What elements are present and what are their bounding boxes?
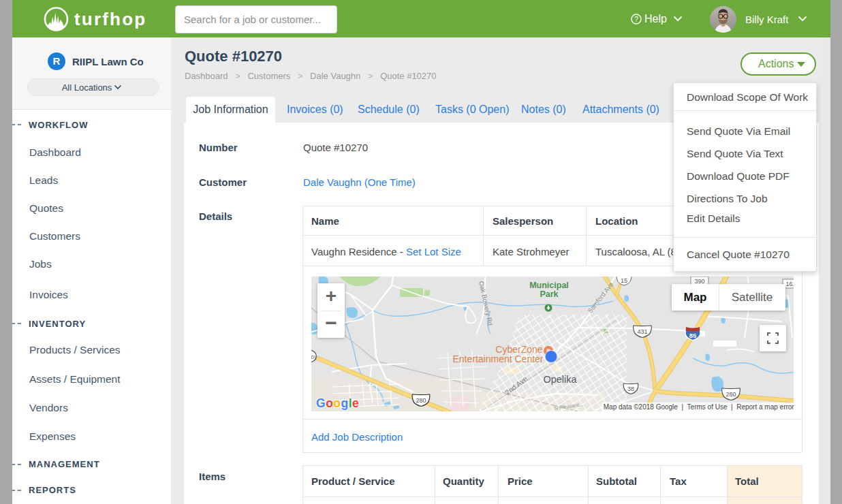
svg-text:?: ? bbox=[634, 16, 638, 23]
svg-text:280: 280 bbox=[416, 397, 426, 404]
svg-text:38: 38 bbox=[627, 385, 634, 392]
svg-text:0): 0) bbox=[311, 354, 316, 360]
svg-text:390: 390 bbox=[694, 278, 704, 285]
svg-text:85: 85 bbox=[689, 332, 697, 339]
svg-text:Entertainment Center: Entertainment Center bbox=[452, 353, 543, 364]
svg-text:Opelika: Opelika bbox=[543, 374, 577, 385]
svg-text:431: 431 bbox=[637, 328, 647, 335]
svg-text:161: 161 bbox=[785, 281, 794, 287]
svg-text:15: 15 bbox=[621, 277, 627, 284]
svg-text:Park: Park bbox=[540, 289, 558, 299]
svg-text:Municipal: Municipal bbox=[529, 281, 569, 290]
svg-text:280: 280 bbox=[726, 391, 736, 398]
